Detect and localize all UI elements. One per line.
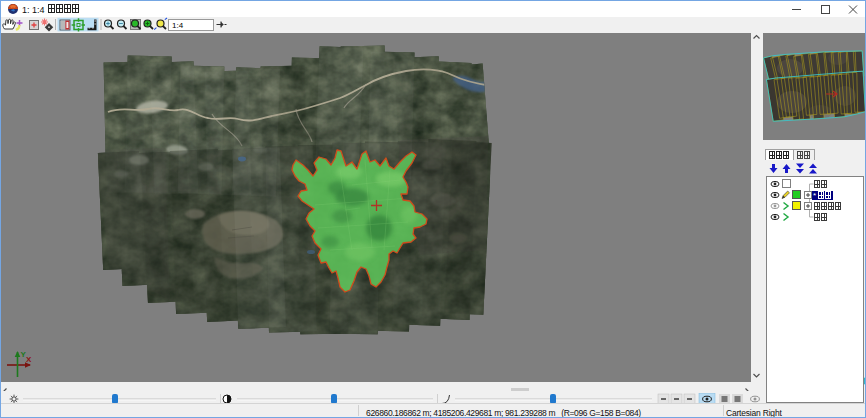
- svg-text:X: X: [26, 355, 32, 364]
- svg-text:Y: Y: [21, 350, 27, 359]
